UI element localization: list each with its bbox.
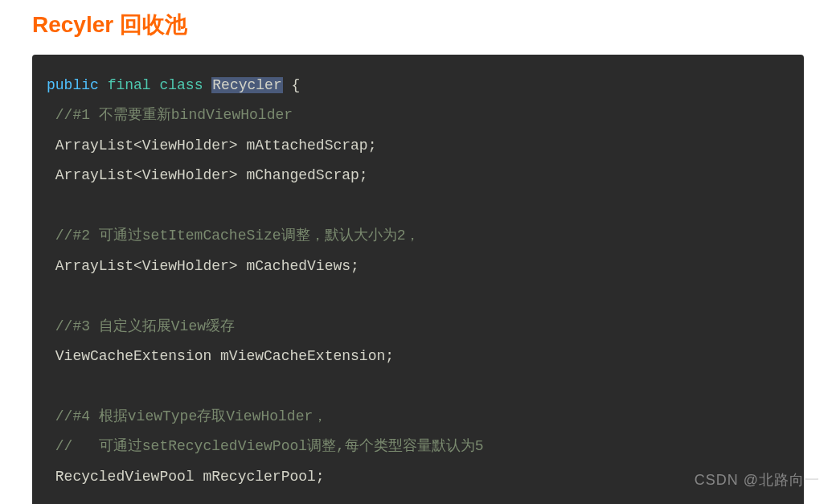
comment-2: //#2 可通过setItemCacheSize调整，默认大小为2， (47, 227, 420, 244)
comment-3: //#3 自定义拓展View缓存 (47, 318, 235, 334)
comment-1: //#1 不需要重新bindViewHolder (47, 107, 293, 123)
page-title: Recyler 回收池 (0, 0, 836, 55)
code-line-recycler-pool: RecycledViewPool mRecyclerPool; (47, 469, 325, 485)
keyword-public: public (47, 77, 99, 93)
brace-open: { (283, 77, 301, 93)
class-name-selected: Recycler (211, 77, 282, 93)
code-line-cached-views: ArrayList<ViewHolder> mCachedViews; (47, 258, 359, 274)
comment-4: //#4 根据viewType存取ViewHolder， (47, 408, 327, 424)
keyword-class: class (159, 77, 203, 93)
comment-5: // 可通过setRecycledViewPool调整,每个类型容量默认为5 (47, 438, 484, 454)
code-line-changed-scrap: ArrayList<ViewHolder> mChangedScrap; (47, 167, 368, 183)
keyword-final: final (108, 77, 151, 93)
code-line-view-cache-extension: ViewCacheExtension mViewCacheExtension; (47, 348, 394, 364)
code-line-attached-scrap: ArrayList<ViewHolder> mAttachedScrap; (47, 137, 376, 154)
code-block: public final class Recycler { //#1 不需要重新… (32, 55, 804, 504)
watermark: CSDN @北路向一 (695, 470, 820, 490)
